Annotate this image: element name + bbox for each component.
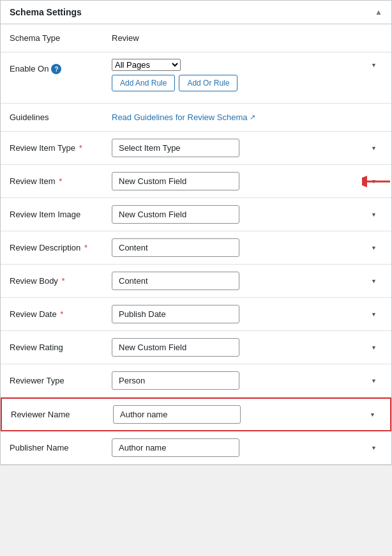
enable-on-row: Enable On ? All Pages Specific Pages Non… bbox=[1, 52, 391, 104]
add-and-rule-button[interactable]: Add And Rule bbox=[112, 75, 175, 91]
publisher-name-select-wrapper: Author name New Custom Field Publisher F… bbox=[112, 438, 382, 457]
review-item-image-label: Review Item Image bbox=[10, 210, 112, 219]
review-item-image-row: Review Item Image New Custom Field Featu… bbox=[1, 198, 391, 231]
panel-title: Schema Settings bbox=[10, 7, 82, 17]
review-item-label: Review Item * bbox=[10, 176, 112, 186]
review-body-label: Review Body * bbox=[10, 276, 112, 286]
review-body-row: Review Body * Content Excerpt New Custom… bbox=[1, 265, 391, 298]
review-date-content: Publish Date Modified Date New Custom Fi… bbox=[112, 305, 382, 323]
review-rating-select-wrapper: New Custom Field Rating Field bbox=[112, 338, 382, 357]
external-link-icon: ↗ bbox=[250, 113, 255, 121]
rule-buttons: Add And Rule Add Or Rule bbox=[112, 75, 382, 91]
reviewer-name-content: Author name New Custom Field Post Title bbox=[113, 405, 381, 424]
schema-type-row: Schema Type Review bbox=[1, 24, 391, 52]
schema-type-value: Review bbox=[112, 33, 139, 43]
review-description-label: Review Description * bbox=[10, 243, 112, 252]
required-marker: * bbox=[84, 243, 87, 252]
review-item-image-select-wrapper: New Custom Field Featured Image bbox=[112, 205, 382, 224]
review-body-select[interactable]: Content Excerpt New Custom Field bbox=[112, 272, 239, 290]
review-item-row: Review Item * New Custom Field Title Con… bbox=[1, 165, 391, 198]
review-rating-select[interactable]: New Custom Field Rating Field bbox=[112, 338, 239, 357]
guidelines-link-text: Read Guidelines for Review Schema bbox=[112, 112, 247, 122]
collapse-icon[interactable]: ▲ bbox=[375, 8, 382, 17]
reviewer-type-select-wrapper: Person Organization bbox=[112, 371, 382, 390]
review-item-image-select[interactable]: New Custom Field Featured Image bbox=[112, 205, 239, 224]
review-body-content: Content Excerpt New Custom Field bbox=[112, 272, 382, 290]
add-or-rule-button[interactable]: Add Or Rule bbox=[179, 75, 237, 91]
review-item-content: New Custom Field Title Content Excerpt bbox=[112, 172, 382, 190]
review-description-select-wrapper: Content Excerpt New Custom Field bbox=[112, 238, 382, 257]
reviewer-type-row: Reviewer Type Person Organization bbox=[1, 364, 391, 398]
reviewer-name-select[interactable]: Author name New Custom Field Post Title bbox=[113, 405, 241, 424]
enable-on-select[interactable]: All Pages Specific Pages None bbox=[112, 59, 181, 71]
reviewer-name-row: Reviewer Name Author name New Custom Fie… bbox=[1, 398, 391, 431]
panel-header: Schema Settings ▲ bbox=[1, 1, 391, 24]
schema-type-label: Schema Type bbox=[10, 33, 112, 43]
guidelines-link[interactable]: Read Guidelines for Review Schema ↗ bbox=[112, 112, 255, 122]
publisher-name-content: Author name New Custom Field Publisher F… bbox=[112, 438, 382, 457]
review-date-label: Review Date * bbox=[10, 309, 112, 319]
review-item-type-select[interactable]: Select Item Type Book Movie Product Reci… bbox=[112, 139, 239, 157]
guidelines-label: Guidelines bbox=[10, 112, 112, 122]
required-marker: * bbox=[59, 176, 62, 186]
required-marker: * bbox=[60, 309, 63, 319]
review-date-select-wrapper: Publish Date Modified Date New Custom Fi… bbox=[112, 305, 382, 323]
reviewer-type-label: Reviewer Type bbox=[10, 376, 112, 385]
review-item-type-label: Review Item Type * bbox=[10, 143, 112, 153]
enable-on-select-wrapper: All Pages Specific Pages None bbox=[112, 59, 382, 71]
reviewer-type-content: Person Organization bbox=[112, 371, 382, 390]
enable-on-content: All Pages Specific Pages None Add And Ru… bbox=[112, 59, 382, 91]
enable-on-label: Enable On ? bbox=[10, 59, 112, 74]
required-marker: * bbox=[62, 276, 65, 286]
review-rating-content: New Custom Field Rating Field bbox=[112, 338, 382, 357]
publisher-name-select[interactable]: Author name New Custom Field Publisher F… bbox=[112, 438, 239, 457]
required-marker: * bbox=[79, 143, 82, 153]
reviewer-name-select-wrapper: Author name New Custom Field Post Title bbox=[113, 405, 381, 424]
publisher-name-row: Publisher Name Author name New Custom Fi… bbox=[1, 431, 391, 465]
schema-panel: Schema Settings ▲ Schema Type Review Ena… bbox=[0, 0, 392, 465]
help-icon[interactable]: ? bbox=[51, 64, 61, 74]
review-rating-label: Review Rating bbox=[10, 343, 112, 352]
review-rating-row: Review Rating New Custom Field Rating Fi… bbox=[1, 331, 391, 364]
review-item-type-row: Review Item Type * Select Item Type Book… bbox=[1, 132, 391, 165]
review-description-content: Content Excerpt New Custom Field bbox=[112, 238, 382, 257]
review-item-type-select-wrapper: Select Item Type Book Movie Product Reci… bbox=[112, 139, 382, 157]
review-description-select[interactable]: Content Excerpt New Custom Field bbox=[112, 238, 239, 257]
reviewer-name-label: Reviewer Name bbox=[11, 410, 113, 419]
publisher-name-label: Publisher Name bbox=[10, 443, 112, 452]
review-item-select[interactable]: New Custom Field Title Content Excerpt bbox=[112, 172, 239, 190]
review-item-image-content: New Custom Field Featured Image bbox=[112, 205, 382, 224]
review-date-select[interactable]: Publish Date Modified Date New Custom Fi… bbox=[112, 305, 239, 323]
review-item-select-wrapper: New Custom Field Title Content Excerpt bbox=[112, 172, 382, 190]
guidelines-row: Guidelines Read Guidelines for Review Sc… bbox=[1, 104, 391, 132]
review-item-type-content: Select Item Type Book Movie Product Reci… bbox=[112, 139, 382, 157]
review-body-select-wrapper: Content Excerpt New Custom Field bbox=[112, 272, 382, 290]
review-date-row: Review Date * Publish Date Modified Date… bbox=[1, 298, 391, 331]
reviewer-type-select[interactable]: Person Organization bbox=[112, 371, 239, 390]
review-description-row: Review Description * Content Excerpt New… bbox=[1, 231, 391, 265]
